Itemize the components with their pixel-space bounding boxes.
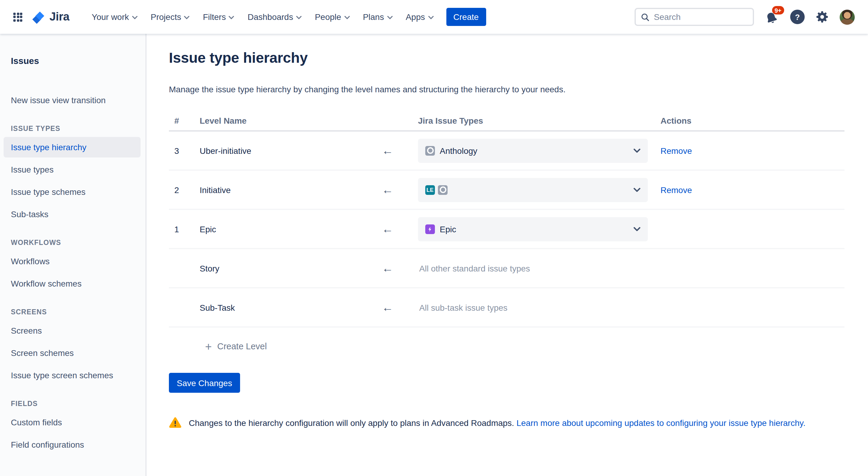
dropdown-value: Anthology — [440, 146, 477, 155]
nav-your-work[interactable]: Your work — [85, 7, 144, 27]
page-title: Issue type hierarchy — [169, 50, 844, 66]
arrow-left-icon: ← — [382, 302, 418, 313]
column-header-number: # — [169, 116, 200, 125]
top-navigation-bar: Jira Your work Projects Filters Dashboar… — [0, 0, 868, 34]
jira-admin-page: Jira Your work Projects Filters Dashboar… — [0, 0, 868, 476]
notifications-button[interactable]: 9+ — [764, 8, 780, 26]
search-icon — [641, 12, 650, 22]
sidebar-item-sub-tasks[interactable]: Sub-tasks — [4, 204, 141, 225]
sidebar-item-custom-fields[interactable]: Custom fields — [4, 412, 141, 433]
chevron-down-icon — [229, 16, 234, 19]
sidebar-item-issue-type-screen-schemes[interactable]: Issue type screen schemes — [4, 365, 141, 386]
issue-types-placeholder: All sub-task issue types — [418, 302, 507, 312]
arrow-left-icon: ← — [382, 223, 418, 235]
column-header-jira-issue-types: Jira Issue Types — [418, 116, 654, 125]
chevron-down-icon — [633, 227, 641, 231]
create-level-button[interactable]: + Create Level — [205, 340, 267, 352]
sidebar-item-issue-type-hierarchy[interactable]: Issue type hierarchy — [4, 137, 141, 157]
level-number: 1 — [169, 224, 200, 234]
chevron-down-icon — [633, 187, 641, 192]
chevron-down-icon — [387, 16, 392, 19]
column-header-level-name: Level Name — [200, 116, 382, 125]
plus-icon: + — [205, 340, 212, 352]
sidebar-title: Issues — [11, 56, 140, 66]
sidebar-section-screens: SCREENS — [11, 308, 140, 316]
level-name: Uber-initiative — [200, 146, 382, 155]
nav-dashboards[interactable]: Dashboards — [241, 7, 308, 27]
learn-more-link[interactable]: Learn more about upcoming updates to con… — [516, 418, 805, 428]
chevron-down-icon — [184, 16, 190, 19]
level-name: Epic — [200, 224, 382, 234]
issue-types-placeholder: All other standard issue types — [418, 263, 530, 273]
warning-icon — [169, 417, 182, 428]
search-input[interactable] — [654, 12, 738, 22]
table-row-story: Story ← All other standard issue types — [169, 249, 844, 288]
sidebar-item-issue-type-schemes[interactable]: Issue type schemes — [4, 182, 141, 202]
main-content: Issue type hierarchy Manage the issue ty… — [148, 34, 868, 476]
sidebar-section-workflows: WORKFLOWS — [11, 239, 140, 246]
jira-logo[interactable]: Jira — [31, 9, 69, 24]
hierarchy-table: # Level Name Jira Issue Types Actions 3 … — [169, 111, 844, 365]
sidebar-item-workflows[interactable]: Workflows — [4, 251, 141, 271]
chevron-down-icon — [428, 16, 433, 19]
dropdown-value: Epic — [440, 224, 456, 234]
chevron-down-icon — [633, 148, 641, 153]
table-row-level-1: 1 Epic ← Epic — [169, 210, 844, 249]
app-switcher-icon[interactable] — [13, 12, 22, 22]
user-avatar[interactable] — [840, 9, 855, 24]
remove-level-link[interactable]: Remove — [660, 185, 692, 195]
sidebar-item-issue-types[interactable]: Issue types — [4, 159, 141, 180]
issue-types-dropdown[interactable]: Anthology — [418, 139, 648, 162]
chevron-down-icon — [344, 16, 349, 19]
help-icon[interactable]: ? — [790, 10, 805, 24]
level-number: 3 — [169, 146, 200, 155]
topbar-utilities: 9+ ? — [634, 8, 855, 26]
issue-type-icon-ring — [425, 146, 435, 155]
warning-message: Changes to the hierarchy configuration w… — [169, 417, 844, 429]
sidebar-item-workflow-schemes[interactable]: Workflow schemes — [4, 273, 141, 294]
nav-plans[interactable]: Plans — [356, 7, 399, 27]
product-name: Jira — [50, 10, 69, 24]
chevron-down-icon — [132, 16, 137, 19]
jira-logo-icon — [31, 9, 46, 24]
remove-level-link[interactable]: Remove — [660, 146, 692, 155]
page-description: Manage the issue type hierarchy by chang… — [169, 83, 844, 95]
create-level-row: + Create Level — [169, 328, 844, 365]
column-header-actions: Actions — [654, 116, 844, 125]
nav-apps[interactable]: Apps — [399, 7, 440, 27]
notification-count-badge: 9+ — [772, 6, 784, 14]
level-number: 2 — [169, 185, 200, 195]
chevron-down-icon — [296, 16, 302, 19]
issue-type-icon-ring — [438, 185, 447, 195]
level-name: Story — [200, 263, 382, 273]
level-name: Initiative — [200, 185, 382, 195]
epic-issue-type-icon — [425, 224, 435, 234]
arrow-left-icon: ← — [382, 184, 418, 196]
warning-text: Changes to the hierarchy configuration w… — [189, 418, 514, 428]
sidebar-item-screens[interactable]: Screens — [4, 320, 141, 341]
create-button[interactable]: Create — [446, 8, 486, 26]
table-row-sub-task: Sub-Task ← All sub-task issue types — [169, 288, 844, 328]
sidebar-item-field-configurations[interactable]: Field configurations — [4, 435, 141, 455]
nav-projects[interactable]: Projects — [144, 7, 196, 27]
level-name: Sub-Task — [200, 302, 382, 312]
sidebar-item-screen-schemes[interactable]: Screen schemes — [4, 343, 141, 363]
sidebar-section-issue-types: ISSUE TYPES — [11, 125, 140, 132]
arrow-left-icon: ← — [382, 262, 418, 274]
table-header-row: # Level Name Jira Issue Types Actions — [169, 111, 844, 131]
sidebar-item-new-issue-view-transition[interactable]: New issue view transition — [4, 90, 141, 110]
nav-filters[interactable]: Filters — [196, 7, 241, 27]
sidebar-section-fields: FIELDS — [11, 400, 140, 407]
save-changes-button[interactable]: Save Changes — [169, 373, 240, 393]
issue-types-dropdown[interactable]: Epic — [418, 217, 648, 241]
table-row-level-2: 2 Initiative ← LE Remove — [169, 171, 844, 210]
table-row-level-3: 3 Uber-initiative ← Anthology Remove — [169, 131, 844, 171]
issue-types-dropdown[interactable]: LE — [418, 178, 648, 202]
issue-type-icon-le: LE — [425, 185, 435, 195]
arrow-left-icon: ← — [382, 145, 418, 156]
settings-gear-icon[interactable] — [815, 10, 829, 24]
nav-people[interactable]: People — [308, 7, 356, 27]
settings-sidebar: Issues New issue view transition ISSUE T… — [0, 34, 147, 476]
global-search[interactable] — [634, 8, 754, 26]
